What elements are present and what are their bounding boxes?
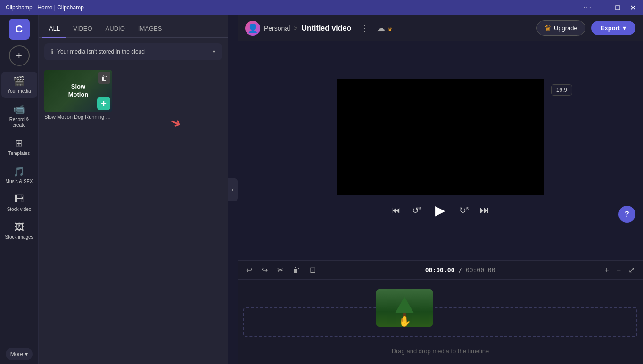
- add-icon: +: [16, 49, 22, 62]
- sidebar-item-music-sfx[interactable]: 🎵 Music & SFX: [1, 162, 37, 188]
- cloud-notice-chevron-icon: ▾: [213, 49, 215, 55]
- forward-5-button[interactable]: ↻5: [457, 203, 470, 218]
- sidebar-item-templates[interactable]: ⊞ Templates: [1, 134, 37, 160]
- chevron-left-icon: ‹: [232, 186, 234, 193]
- top-bar-actions: ⋮ ☁ ♛: [359, 21, 395, 35]
- forward-5-icon: ↻5: [459, 206, 469, 215]
- cloud-notice-text: Your media isn't stored in the cloud: [57, 49, 209, 55]
- undo-button[interactable]: ↩: [243, 264, 255, 276]
- media-thumbnail: SlowMotion 🗑 +: [44, 70, 112, 112]
- cloud-slash-icon: ☁: [377, 24, 385, 33]
- title-bar-controls: ··· — □ ✕: [583, 3, 637, 12]
- video-title[interactable]: Untitled video: [301, 24, 351, 32]
- timeline-zoom-controls: + − ⤢: [602, 264, 637, 276]
- delete-media-button[interactable]: 🗑: [98, 72, 110, 84]
- crown-icon: ♛: [387, 26, 393, 32]
- sidebar-item-record-create[interactable]: 📹 Record & create: [1, 100, 37, 132]
- your-media-label: Your media: [7, 89, 31, 94]
- rewind-5-button[interactable]: ↺5: [410, 203, 423, 218]
- media-panel: ALL VIDEO AUDIO IMAGES ℹ Your media isn'…: [39, 15, 228, 364]
- play-button[interactable]: ▶: [431, 201, 450, 220]
- drag-cursor-icon: ✋: [398, 315, 411, 327]
- zoom-in-button[interactable]: +: [602, 264, 611, 276]
- plus-icon: +: [101, 98, 107, 109]
- expand-button[interactable]: ⤢: [626, 264, 637, 276]
- music-sfx-label: Music & SFX: [6, 179, 33, 185]
- maximize-button[interactable]: □: [613, 3, 622, 12]
- rewind-5-icon: ↺5: [412, 206, 421, 215]
- more-label: More: [10, 351, 23, 357]
- upgrade-button[interactable]: ♛ Upgrade: [536, 20, 585, 36]
- close-button[interactable]: ✕: [628, 3, 637, 12]
- timeline-area: ↩ ↪ ✂ 🗑 ⊡ 00:00.00 / 00:00.00 + −: [238, 260, 643, 364]
- help-icon: ?: [625, 210, 629, 218]
- upgrade-icon: ♛: [544, 24, 551, 32]
- skip-back-button[interactable]: ⏮: [389, 203, 403, 218]
- timeline-time: 00:00.00 / 00:00.00: [322, 267, 598, 274]
- offline-mode-button[interactable]: ☁ ♛: [375, 21, 395, 35]
- delete-button[interactable]: 🗑: [290, 264, 303, 276]
- media-tabs: ALL VIDEO AUDIO IMAGES: [39, 15, 228, 38]
- redo-button[interactable]: ↪: [259, 264, 271, 276]
- aspect-ratio-badge[interactable]: 16:9: [551, 84, 572, 96]
- current-time-value: 00:00: [425, 267, 444, 274]
- sidebar-item-stock-video[interactable]: 🎞 Stock video: [1, 190, 37, 216]
- breadcrumb: 👤 Personal > Untitled video: [245, 21, 351, 36]
- sidebar-logo[interactable]: C: [9, 19, 30, 40]
- add-to-timeline-button[interactable]: +: [97, 97, 110, 110]
- title-bar-title: Clipchamp - Home | Clipchamp: [6, 4, 84, 11]
- zoom-out-button[interactable]: −: [614, 264, 624, 276]
- tab-audio[interactable]: AUDIO: [99, 20, 132, 38]
- media-grid: SlowMotion 🗑 + Slow Motion Dog Running I…: [39, 66, 228, 123]
- stock-video-icon: 🎞: [15, 194, 24, 205]
- timeline-track-area: ✋ Drag and drop media to the timeline: [238, 280, 643, 364]
- templates-label: Templates: [8, 151, 30, 156]
- tab-video[interactable]: VIDEO: [66, 20, 99, 38]
- avatar-icon: 👤: [247, 23, 258, 33]
- cut-button[interactable]: ✂: [274, 264, 286, 276]
- your-media-icon: 🎬: [13, 75, 25, 87]
- tab-images[interactable]: IMAGES: [132, 20, 169, 38]
- tree-crown: [395, 297, 414, 313]
- preview-area: 16:9 ⏮ ↺5 ▶ ↻5 ⏭ ?: [238, 41, 643, 260]
- record-create-icon: 📹: [13, 104, 25, 115]
- export-chevron-icon: ▾: [623, 24, 626, 32]
- thumbnail-text: SlowMotion: [68, 83, 89, 99]
- sidebar-item-your-media[interactable]: 🎬 Your media: [1, 72, 37, 98]
- preview-container: 16:9: [337, 79, 544, 195]
- minimize-button[interactable]: —: [598, 3, 607, 12]
- sidebar-item-stock-images[interactable]: 🖼 Stock images: [1, 218, 37, 244]
- skip-forward-button[interactable]: ⏭: [478, 203, 491, 218]
- cloud-notice[interactable]: ℹ Your media isn't stored in the cloud ▾: [44, 43, 222, 60]
- panel-collapse-button[interactable]: ‹: [228, 178, 238, 201]
- user-avatar: 👤: [245, 21, 260, 36]
- record-create-label: Record & create: [3, 117, 35, 128]
- content-button[interactable]: ⊡: [307, 264, 319, 276]
- top-bar: 👤 Personal > Untitled video ⋮ ☁ ♛ ♛ Upgr…: [238, 15, 643, 41]
- logo-icon: C: [16, 23, 23, 35]
- breadcrumb-personal: Personal: [264, 24, 290, 32]
- export-label: Export: [601, 24, 620, 32]
- more-button[interactable]: More ▾: [6, 348, 33, 360]
- upgrade-label: Upgrade: [554, 24, 577, 32]
- media-item-slow-motion[interactable]: SlowMotion 🗑 + Slow Motion Dog Running I…: [44, 70, 112, 120]
- title-bar: Clipchamp - Home | Clipchamp ··· — □ ✕: [0, 0, 643, 15]
- drag-drop-hint: Drag and drop media to the timeline: [392, 348, 489, 355]
- playback-controls: ⏮ ↺5 ▶ ↻5 ⏭: [389, 195, 491, 224]
- export-button[interactable]: Export ▾: [591, 21, 635, 35]
- play-icon: ▶: [435, 202, 445, 218]
- tab-all[interactable]: ALL: [42, 20, 66, 38]
- sidebar-add-button[interactable]: +: [9, 45, 30, 66]
- skip-forward-icon: ⏭: [480, 205, 489, 215]
- app-body: C + 🎬 Your media 📹 Record & create ⊞ Tem…: [0, 15, 643, 364]
- timeline-clip[interactable]: ✋: [376, 289, 433, 327]
- total-time: 00:00.00: [466, 267, 495, 274]
- arrow-indicator: ➜: [167, 113, 174, 128]
- more-options-button[interactable]: ⋮: [359, 21, 371, 35]
- help-button[interactable]: ?: [618, 206, 635, 223]
- timeline-track: ✋: [243, 307, 637, 337]
- stock-images-label: Stock images: [5, 235, 33, 240]
- title-bar-dots[interactable]: ···: [583, 3, 592, 12]
- more-chevron-icon: ▾: [25, 351, 28, 357]
- trash-icon: 🗑: [101, 74, 107, 81]
